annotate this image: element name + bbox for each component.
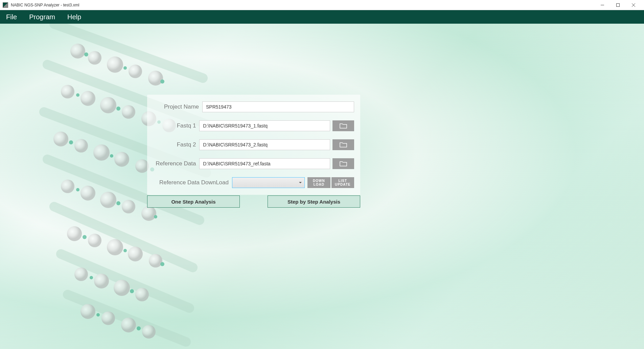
svg-point-54 (76, 188, 79, 191)
form-panel: Project Name Fastq 1 Fastq 2 Reference D… (147, 95, 360, 195)
svg-point-14 (129, 65, 142, 78)
refdl-row: Reference Data DownLoad DOWN LOAD LIST U… (153, 177, 354, 188)
svg-point-61 (130, 289, 134, 293)
svg-point-11 (70, 44, 85, 59)
svg-point-49 (116, 107, 120, 111)
svg-point-25 (114, 152, 129, 167)
svg-point-40 (135, 288, 149, 301)
fastq2-browse-button[interactable] (332, 139, 354, 150)
svg-point-57 (83, 235, 87, 239)
fastq2-label: Fastq 2 (153, 141, 196, 148)
maximize-button[interactable] (610, 0, 626, 10)
svg-point-55 (116, 201, 120, 205)
svg-point-45 (84, 52, 88, 56)
step-by-step-analysis-button[interactable]: Step by Step Analysis (268, 195, 360, 208)
fastq2-row: Fastq 2 (153, 139, 354, 150)
app-icon (3, 2, 8, 8)
chevron-down-icon (299, 182, 302, 183)
svg-point-58 (123, 249, 127, 252)
window-controls (595, 0, 641, 10)
svg-point-16 (61, 85, 74, 98)
svg-point-30 (122, 200, 135, 213)
fastq1-input[interactable] (199, 120, 330, 131)
svg-point-28 (80, 186, 95, 201)
close-button[interactable] (626, 0, 641, 10)
svg-point-44 (142, 325, 156, 339)
svg-rect-1 (617, 3, 620, 6)
svg-point-19 (122, 105, 135, 119)
svg-point-32 (67, 226, 82, 241)
svg-point-35 (128, 247, 143, 261)
window-title: NABIC NGS-SNP Analyzer - test3.xml (11, 3, 595, 7)
svg-point-23 (74, 139, 88, 153)
project-name-label: Project Name (153, 103, 199, 110)
svg-point-34 (107, 239, 123, 255)
project-name-input[interactable] (202, 101, 354, 112)
list-update-button[interactable]: LIST UPDATE (331, 177, 354, 188)
download-button[interactable]: DOWN LOAD (307, 177, 330, 188)
fastq2-input[interactable] (199, 139, 330, 150)
svg-point-63 (137, 326, 141, 330)
svg-point-47 (160, 79, 164, 84)
svg-line-4 (54, 24, 203, 78)
menu-file[interactable]: File (3, 12, 20, 22)
folder-icon (340, 123, 347, 129)
svg-point-31 (141, 206, 156, 221)
refdata-label: Reference Data (153, 160, 196, 167)
project-name-row: Project Name (153, 101, 354, 112)
svg-line-10 (68, 295, 186, 342)
menu-bar: File Program Help (0, 10, 644, 24)
svg-point-29 (100, 192, 116, 208)
svg-point-48 (76, 93, 79, 97)
svg-point-33 (88, 234, 101, 247)
folder-icon (340, 161, 347, 166)
folder-icon (340, 142, 347, 147)
content-area: Project Name Fastq 1 Fastq 2 Reference D… (0, 24, 644, 349)
svg-point-39 (114, 280, 130, 296)
svg-point-51 (69, 140, 73, 144)
svg-point-36 (149, 254, 162, 267)
refdata-input[interactable] (199, 158, 330, 169)
svg-point-43 (121, 318, 136, 332)
minimize-button[interactable] (595, 0, 610, 10)
svg-line-9 (61, 254, 189, 308)
refdata-row: Reference Data (153, 158, 354, 169)
refdl-label: Reference Data DownLoad (153, 179, 229, 186)
one-step-analysis-button[interactable]: One Step Analysis (147, 195, 240, 208)
svg-point-46 (123, 66, 127, 70)
svg-point-27 (61, 180, 74, 193)
svg-point-59 (160, 262, 164, 266)
svg-point-13 (107, 56, 123, 73)
menu-help[interactable]: Help (65, 12, 84, 22)
svg-point-18 (100, 97, 116, 113)
svg-point-17 (80, 91, 95, 106)
menu-program[interactable]: Program (26, 12, 58, 22)
fastq1-label: Fastq 1 (153, 122, 196, 129)
svg-point-56 (154, 215, 157, 218)
fastq1-row: Fastq 1 (153, 120, 354, 131)
svg-point-60 (90, 276, 93, 279)
svg-point-26 (135, 159, 149, 173)
action-buttons: One Step Analysis Step by Step Analysis (147, 195, 360, 208)
refdl-combobox[interactable] (232, 177, 305, 188)
svg-point-12 (88, 51, 101, 65)
svg-point-37 (74, 267, 88, 281)
svg-point-41 (80, 304, 95, 319)
fastq1-browse-button[interactable] (332, 120, 354, 131)
svg-point-22 (53, 132, 68, 146)
refdata-browse-button[interactable] (332, 158, 354, 169)
svg-line-8 (54, 207, 193, 267)
title-bar: NABIC NGS-SNP Analyzer - test3.xml (0, 0, 644, 10)
svg-point-38 (94, 274, 109, 288)
svg-point-62 (96, 313, 100, 317)
svg-point-52 (110, 154, 113, 158)
svg-point-42 (101, 311, 115, 325)
svg-point-24 (93, 144, 110, 161)
svg-point-15 (148, 71, 163, 86)
